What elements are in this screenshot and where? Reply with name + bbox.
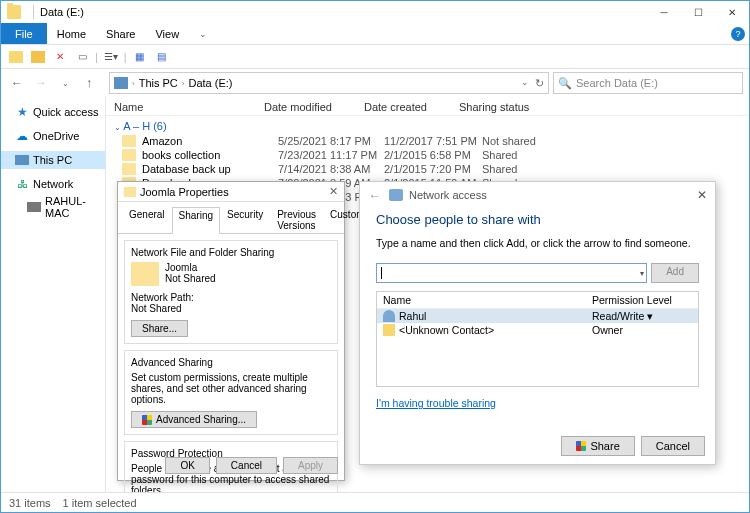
column-headers[interactable]: Name Date modified Date created Sharing … <box>106 97 749 116</box>
cancel-button[interactable]: Cancel <box>216 457 277 474</box>
ribbon-expand[interactable]: ⌄ <box>189 23 217 44</box>
crumb-current[interactable]: Data (E:) <box>188 77 232 89</box>
tab-security[interactable]: Security <box>220 206 270 233</box>
titlebar: Data (E:) ─ ☐ ✕ <box>1 1 749 23</box>
col-created[interactable]: Date created <box>364 101 459 113</box>
qat-delete-icon[interactable]: ✕ <box>51 48 69 66</box>
drive-icon <box>7 5 21 19</box>
network-icon: 🖧 <box>15 177 29 191</box>
people-combo[interactable]: ▾ <box>376 263 647 283</box>
search-placeholder: Search Data (E:) <box>576 77 658 89</box>
sidebar-item-this-pc[interactable]: This PC <box>1 151 105 169</box>
properties-tabs: General Sharing Security Previous Versio… <box>118 202 344 234</box>
sidebar-label: OneDrive <box>33 130 79 142</box>
trouble-link[interactable]: I'm having trouble sharing <box>376 397 496 409</box>
qat-new-folder-icon[interactable] <box>29 48 47 66</box>
person-icon <box>383 310 395 322</box>
pc-icon <box>114 77 128 89</box>
people-list: Name Permission Level RahulRead/Write ▾ … <box>376 291 699 387</box>
table-row[interactable]: Database back up7/14/2021 8:38 AM2/1/201… <box>106 162 749 176</box>
folder-icon <box>124 187 136 197</box>
help-button[interactable]: ? <box>727 23 749 44</box>
search-icon: 🔍 <box>558 77 572 90</box>
recent-button[interactable]: ⌄ <box>55 73 75 93</box>
qat-preview-icon[interactable]: ▤ <box>153 48 171 66</box>
nav-pane: ★Quick access ☁OneDrive This PC 🖧Network… <box>1 97 106 493</box>
forward-button[interactable]: → <box>31 73 51 93</box>
close-icon[interactable]: ✕ <box>329 185 338 198</box>
sidebar-label: Network <box>33 178 73 190</box>
maximize-button[interactable]: ☐ <box>681 1 715 23</box>
back-icon[interactable]: ← <box>368 188 381 203</box>
folder-icon <box>122 163 136 175</box>
sidebar-item-rahul-mac[interactable]: RAHUL-MAC <box>1 193 105 221</box>
help-icon: ? <box>731 27 745 41</box>
folder-icon <box>122 149 136 161</box>
address-dropdown-icon[interactable]: ⌄ <box>521 77 529 90</box>
shield-icon <box>576 441 586 451</box>
ribbon: File Home Share View ⌄ ? <box>1 23 749 45</box>
cancel-button[interactable]: Cancel <box>641 436 705 456</box>
tab-sharing[interactable]: Sharing <box>172 207 220 234</box>
sidebar-label: This PC <box>33 154 72 166</box>
tab-file[interactable]: File <box>1 23 47 44</box>
advanced-sharing-button[interactable]: Advanced Sharing... <box>131 411 257 428</box>
group-header[interactable]: ⌄ A – H (6) <box>106 116 749 134</box>
network-path-value: Not Shared <box>131 303 331 314</box>
apply-button[interactable]: Apply <box>283 457 338 474</box>
permission-dropdown[interactable]: Read/Write ▾ <box>592 310 692 322</box>
col-sharing[interactable]: Sharing status <box>459 101 741 113</box>
tab-previous-versions[interactable]: Previous Versions <box>270 206 323 233</box>
dialog-title: Joomla Properties <box>140 186 229 198</box>
col-modified[interactable]: Date modified <box>264 101 364 113</box>
computer-icon <box>27 200 41 214</box>
share-button[interactable]: Share <box>561 436 634 456</box>
tab-home[interactable]: Home <box>47 23 96 44</box>
back-button[interactable]: ← <box>7 73 27 93</box>
tab-view[interactable]: View <box>145 23 189 44</box>
properties-dialog: Joomla Properties ✕ General Sharing Secu… <box>117 181 345 481</box>
qat-properties-icon[interactable] <box>7 48 25 66</box>
search-input[interactable]: 🔍 Search Data (E:) <box>553 72 743 94</box>
close-icon[interactable]: ✕ <box>697 188 707 202</box>
sidebar-item-onedrive[interactable]: ☁OneDrive <box>1 127 105 145</box>
dialog-head: Network access <box>409 189 487 201</box>
table-row[interactable]: books collection7/23/2021 11:17 PM2/1/20… <box>106 148 749 162</box>
breadcrumb[interactable]: › This PC › Data (E:) ⌄ ↻ <box>109 72 549 94</box>
cloud-icon: ☁ <box>15 129 29 143</box>
sidebar-label: Quick access <box>33 106 98 118</box>
col-permission[interactable]: Permission Level <box>592 294 692 306</box>
sidebar-item-network[interactable]: 🖧Network <box>1 175 105 193</box>
col-name[interactable]: Name <box>383 294 592 306</box>
add-button[interactable]: Add <box>651 263 699 283</box>
tab-share[interactable]: Share <box>96 23 145 44</box>
up-button[interactable]: ↑ <box>79 73 99 93</box>
qat-details-icon[interactable]: ▦ <box>131 48 149 66</box>
window-title: Data (E:) <box>40 6 84 18</box>
minimize-button[interactable]: ─ <box>647 1 681 23</box>
network-sharing-group: Network File and Folder Sharing Joomla N… <box>124 240 338 344</box>
share-title: Choose people to share with <box>376 212 699 227</box>
share-button[interactable]: Share... <box>131 320 188 337</box>
dialog-titlebar[interactable]: Joomla Properties ✕ <box>118 182 344 202</box>
table-row[interactable]: Amazon5/25/2021 8:17 PM11/2/2017 7:51 PM… <box>106 134 749 148</box>
qat-view-icon[interactable]: ☰▾ <box>102 48 120 66</box>
col-name[interactable]: Name <box>114 101 264 113</box>
share-desc: Type a name and then click Add, or click… <box>376 237 699 249</box>
ok-button[interactable]: OK <box>165 457 209 474</box>
star-icon: ★ <box>15 105 29 119</box>
advanced-sharing-group: Advanced Sharing Set custom permissions,… <box>124 350 338 435</box>
address-bar: ← → ⌄ ↑ › This PC › Data (E:) ⌄ ↻ 🔍 Sear… <box>1 69 749 97</box>
tab-general[interactable]: General <box>122 206 172 233</box>
list-item[interactable]: RahulRead/Write ▾ <box>377 309 698 323</box>
quick-access-toolbar: ✕ ▭ | ☰▾ | ▦ ▤ <box>1 45 749 69</box>
folder-name: Joomla <box>165 262 216 273</box>
chevron-down-icon[interactable]: ▾ <box>640 269 644 278</box>
qat-rename-icon[interactable]: ▭ <box>73 48 91 66</box>
crumb-root[interactable]: This PC <box>139 77 178 89</box>
sidebar-item-quick-access[interactable]: ★Quick access <box>1 103 105 121</box>
list-item[interactable]: <Unknown Contact>Owner <box>377 323 698 337</box>
people-icon <box>389 189 403 201</box>
refresh-icon[interactable]: ↻ <box>535 77 544 90</box>
close-button[interactable]: ✕ <box>715 1 749 23</box>
